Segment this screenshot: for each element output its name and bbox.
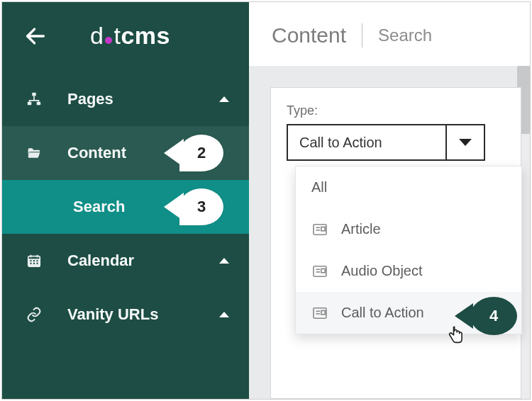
back-arrow-icon[interactable] — [23, 24, 48, 48]
sidebar-item-label: Content — [67, 144, 126, 162]
main-area: Content Search Type: Call to Action All — [249, 2, 530, 399]
type-select-caret[interactable] — [447, 125, 484, 159]
dropdown-option-all[interactable]: All — [296, 166, 521, 208]
svg-rect-23 — [314, 307, 326, 317]
chevron-up-icon — [219, 96, 229, 102]
svg-rect-12 — [31, 263, 32, 264]
dropdown-option-label: Call to Action — [341, 305, 424, 321]
step-callout: 4 — [470, 297, 517, 335]
type-dropdown: All Article Audio Object — [295, 166, 522, 334]
svg-rect-13 — [33, 263, 35, 264]
sidebar-item-label: Vanity URLs — [67, 305, 158, 324]
sidebar-item-search[interactable]: Search 3 — [2, 180, 249, 234]
link-icon — [22, 307, 46, 322]
sitemap-icon — [22, 91, 46, 107]
logo-text: cms — [121, 22, 170, 50]
chevron-up-icon — [219, 258, 229, 264]
content-type-icon — [311, 265, 328, 278]
folder-open-icon — [22, 146, 46, 160]
logo-dot-icon — [105, 37, 112, 44]
svg-rect-1 — [32, 93, 36, 96]
svg-rect-14 — [36, 263, 38, 264]
sidebar-nav: Pages Content 2 Search 3 Calen — [2, 72, 249, 341]
sidebar-item-calendar[interactable]: Calendar — [2, 234, 249, 288]
breadcrumb-main: Content — [272, 23, 346, 47]
sidebar-item-label: Calendar — [67, 252, 134, 270]
type-select[interactable]: Call to Action — [287, 124, 485, 161]
sidebar-item-vanity-urls[interactable]: Vanity URLs — [2, 288, 249, 341]
dropdown-option-audio-object[interactable]: Audio Object — [296, 250, 521, 292]
cursor-pointer-icon — [446, 324, 466, 349]
svg-rect-2 — [28, 102, 32, 106]
dropdown-option-label: Article — [341, 221, 381, 237]
filter-panel: Type: Call to Action All Arti — [270, 87, 521, 399]
chevron-up-icon — [219, 312, 229, 317]
svg-rect-18 — [321, 227, 325, 230]
svg-rect-3 — [37, 102, 40, 106]
svg-rect-11 — [36, 260, 38, 261]
logo-text: t — [113, 22, 121, 50]
calendar-icon — [22, 253, 46, 269]
dropdown-option-label: All — [311, 179, 327, 196]
breadcrumb-sub: Search — [378, 26, 432, 45]
sidebar-item-label: Pages — [67, 90, 113, 108]
sidebar: dtcms Pages Content 2 Searc — [2, 2, 249, 399]
content-type-icon — [311, 307, 328, 320]
dropdown-option-article[interactable]: Article — [296, 208, 521, 250]
sidebar-item-pages[interactable]: Pages — [2, 72, 249, 126]
svg-rect-9 — [31, 260, 32, 261]
type-field-label: Type: — [287, 103, 505, 118]
chevron-down-icon — [459, 139, 472, 146]
svg-rect-22 — [321, 269, 325, 272]
svg-rect-10 — [33, 260, 35, 261]
content-area: Type: Call to Action All Arti — [249, 66, 530, 399]
dropdown-option-label: Audio Object — [341, 263, 423, 279]
type-select-value: Call to Action — [288, 125, 447, 159]
breadcrumb: Content Search — [249, 2, 530, 66]
svg-rect-19 — [314, 266, 326, 276]
logo-text: d — [90, 22, 104, 50]
breadcrumb-separator — [362, 23, 362, 47]
dropdown-option-call-to-action[interactable]: Call to Action 4 — [296, 292, 521, 334]
content-type-icon — [311, 223, 328, 236]
sidebar-item-content[interactable]: Content 2 — [2, 126, 249, 180]
sidebar-item-label: Search — [73, 198, 125, 216]
sidebar-header: dtcms — [2, 2, 249, 72]
step-callout: 3 — [179, 188, 223, 225]
svg-rect-26 — [321, 310, 325, 314]
step-callout: 2 — [179, 135, 223, 171]
app-logo: dtcms — [90, 22, 170, 50]
svg-rect-15 — [314, 224, 326, 234]
